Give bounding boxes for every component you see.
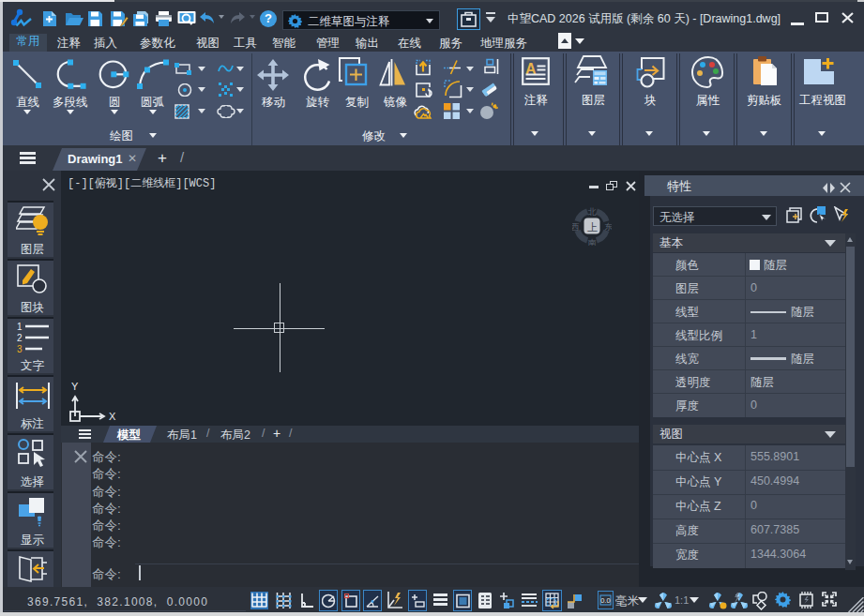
svg-text:Y: Y xyxy=(71,381,79,392)
svg-text:东: 东 xyxy=(604,222,613,232)
svg-text:2: 2 xyxy=(17,333,23,343)
svg-text:3: 3 xyxy=(17,344,23,353)
svg-text:北: 北 xyxy=(588,207,597,217)
svg-text:西: 西 xyxy=(572,222,580,232)
svg-text:0.0: 0.0 xyxy=(600,596,610,605)
svg-text:南: 南 xyxy=(588,238,597,247)
svg-text:X: X xyxy=(109,411,116,422)
svg-text:上: 上 xyxy=(587,221,598,233)
svg-text:1: 1 xyxy=(17,322,23,332)
